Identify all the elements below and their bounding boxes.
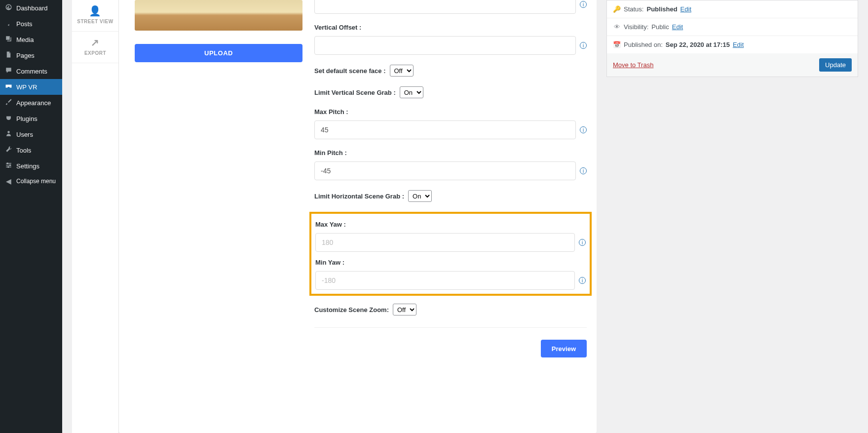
field-label: Min Pitch :	[314, 149, 347, 157]
sidebar-item-appearance[interactable]: Appearance	[0, 95, 62, 111]
sidebar-item-media[interactable]: Media	[0, 32, 62, 47]
tab-street-view[interactable]: 👤 STREET VIEW	[72, 0, 118, 32]
scene-preview-image	[135, 0, 302, 31]
sidebar-item-settings[interactable]: Settings	[0, 158, 62, 174]
field-label: Vertical Offset :	[314, 24, 361, 31]
visibility-value: Public	[651, 23, 669, 31]
edit-visibility-link[interactable]: Edit	[672, 23, 683, 31]
field-min-pitch: Min Pitch : i	[314, 149, 587, 180]
field-min-yaw: Min Yaw : i	[315, 259, 586, 290]
sidebar-item-wpvr[interactable]: WP VR	[0, 79, 62, 95]
sidebar-item-tools[interactable]: Tools	[0, 142, 62, 158]
trash-link[interactable]: Move to Trash	[613, 61, 653, 69]
sidebar-item-label: Comments	[16, 68, 47, 75]
info-icon[interactable]: i	[580, 42, 587, 49]
published-value: Sep 22, 2020 at 17:15	[666, 41, 730, 48]
sliders-icon	[4, 161, 13, 170]
media-icon	[4, 35, 13, 44]
divider	[314, 327, 587, 328]
sidebar-collapse[interactable]: ◀ Collapse menu	[0, 174, 62, 189]
limit-vertical-select[interactable]: On	[400, 86, 423, 98]
dashboard-icon	[4, 3, 13, 12]
field-max-yaw: Max Yaw : i	[315, 221, 586, 252]
publish-visibility-row: 👁 Visibility: Public Edit	[607, 18, 858, 36]
customize-zoom-select[interactable]: Off	[393, 304, 416, 315]
sidebar-item-label: Users	[16, 131, 33, 138]
published-label: Published on:	[624, 41, 663, 48]
field-label: Limit Horizontal Scene Grab :	[314, 193, 404, 200]
min-yaw-input[interactable]	[315, 271, 575, 290]
tabs-column: 👤 STREET VIEW ↗ EXPORT	[72, 0, 119, 433]
field-limit-horizontal: Limit Horizontal Scene Grab : On	[314, 190, 587, 202]
field-horizontal-angle: i	[314, 0, 587, 14]
eye-icon: 👁	[613, 23, 621, 31]
preview-button[interactable]: Preview	[541, 340, 587, 357]
visibility-label: Visibility:	[624, 23, 648, 31]
editor-panel: 👤 STREET VIEW ↗ EXPORT UPLOAD i	[72, 0, 597, 433]
sidebar-item-label: Plugins	[16, 115, 38, 122]
publish-status-row: 🔑 Status: Published Edit	[607, 0, 858, 18]
plug-icon	[4, 114, 13, 123]
svg-point-1	[6, 162, 8, 164]
content-panel: UPLOAD i Vertical Offset : i	[119, 0, 597, 433]
sidebar-item-dashboard[interactable]: Dashboard	[0, 0, 62, 16]
yaw-highlight-box: Max Yaw : i Min Yaw : i	[309, 212, 592, 296]
info-icon[interactable]: i	[580, 1, 587, 8]
sidebar-item-plugins[interactable]: Plugins	[0, 111, 62, 126]
field-label: Set default scene face :	[314, 67, 386, 75]
tab-export[interactable]: ↗ EXPORT	[72, 32, 118, 63]
calendar-icon: 📅	[613, 41, 621, 48]
update-button[interactable]: Update	[819, 58, 852, 72]
publish-footer: Move to Trash Update	[607, 53, 858, 77]
publish-date-row: 📅 Published on: Sep 22, 2020 at 17:15 Ed…	[607, 36, 858, 53]
key-icon: 🔑	[613, 5, 621, 13]
svg-point-3	[7, 166, 9, 168]
sidebar-item-label: WP VR	[16, 83, 37, 91]
upload-button[interactable]: UPLOAD	[135, 44, 302, 62]
info-icon[interactable]: i	[580, 167, 587, 174]
tab-label: STREET VIEW	[75, 19, 116, 24]
vertical-offset-input[interactable]	[314, 36, 576, 55]
sidebar-item-users[interactable]: Users	[0, 126, 62, 142]
svg-point-2	[9, 164, 11, 166]
sidebar-item-label: Tools	[16, 147, 31, 154]
sidebar-item-comments[interactable]: Comments	[0, 63, 62, 79]
user-icon	[4, 130, 13, 139]
admin-sidebar: Dashboard Posts Media Pages Comments WP …	[0, 0, 62, 433]
edit-status-link[interactable]: Edit	[680, 5, 691, 13]
street-view-icon: 👤	[75, 5, 116, 17]
max-pitch-input[interactable]	[314, 120, 576, 139]
pin-icon	[4, 19, 13, 28]
publish-box: 🔑 Status: Published Edit 👁 Visibility: P…	[606, 0, 858, 77]
sidebar-item-label: Dashboard	[16, 4, 48, 12]
status-value: Published	[646, 5, 677, 13]
min-pitch-input[interactable]	[314, 161, 576, 180]
max-yaw-input[interactable]	[315, 233, 575, 252]
collapse-icon: ◀	[4, 177, 13, 185]
info-icon[interactable]: i	[579, 239, 586, 246]
field-max-pitch: Max Pitch : i	[314, 108, 587, 139]
field-label: Max Pitch :	[314, 108, 348, 116]
sidebar-item-pages[interactable]: Pages	[0, 47, 62, 63]
info-icon[interactable]: i	[580, 126, 587, 133]
field-limit-vertical: Limit Vertical Scene Grab : On	[314, 86, 587, 98]
default-face-select[interactable]: Off	[390, 65, 414, 77]
sidebar-item-label: Settings	[16, 162, 39, 170]
field-label: Customize Scene Zoom:	[314, 306, 389, 314]
field-customize-zoom: Customize Scene Zoom: Off	[314, 304, 587, 315]
field-default-face: Set default scene face : Off	[314, 65, 587, 77]
brush-icon	[4, 98, 13, 107]
sidebar-item-label: Appearance	[16, 99, 51, 107]
svg-point-0	[7, 131, 10, 133]
field-vertical-offset: Vertical Offset : i	[314, 24, 587, 55]
limit-horizontal-select[interactable]: On	[408, 190, 432, 202]
page-icon	[4, 51, 13, 60]
main-content: 👤 STREET VIEW ↗ EXPORT UPLOAD i	[62, 0, 868, 433]
edit-date-link[interactable]: Edit	[733, 41, 744, 48]
sidebar-item-posts[interactable]: Posts	[0, 16, 62, 32]
field-label: Limit Vertical Scene Grab :	[314, 89, 396, 96]
sidebar-item-label: Media	[16, 36, 34, 43]
info-icon[interactable]: i	[579, 277, 586, 284]
horizontal-angle-input[interactable]	[314, 0, 576, 14]
preview-column: UPLOAD	[135, 0, 302, 419]
